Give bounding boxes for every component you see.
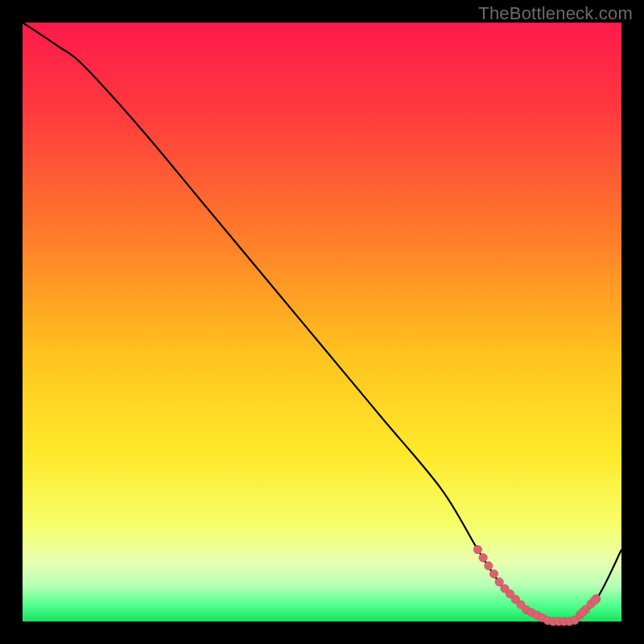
bottleneck-chart [0, 0, 644, 644]
valley-marker [479, 554, 487, 562]
chart-stage: TheBottleneck.com [0, 0, 644, 644]
valley-marker [473, 546, 481, 554]
watermark-text: TheBottleneck.com [478, 3, 633, 24]
valley-marker [590, 597, 598, 605]
valley-marker [578, 609, 586, 617]
plot-background [23, 23, 621, 621]
valley-marker [489, 570, 497, 578]
valley-marker [485, 562, 493, 570]
